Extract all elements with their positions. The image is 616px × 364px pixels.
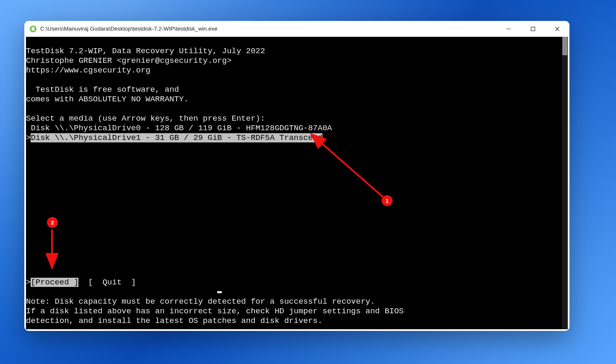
header-line: TestDisk 7.2-WIP, Data Recovery Utility,… bbox=[26, 46, 562, 56]
svg-rect-1 bbox=[32, 27, 35, 31]
cursor-line bbox=[26, 287, 562, 297]
blank-line bbox=[26, 75, 562, 85]
app-icon bbox=[29, 25, 37, 33]
note-line: Note: Disk capacity must be correctly de… bbox=[26, 297, 562, 307]
license-line: TestDisk is free software, and bbox=[26, 85, 562, 95]
maximize-button[interactable] bbox=[521, 21, 545, 36]
action-row: >[Proceed ] [ Quit ] bbox=[26, 278, 562, 287]
note-line: If a disk listed above has an incorrect … bbox=[26, 307, 562, 316]
cursor-caret: > bbox=[26, 133, 31, 142]
text-cursor bbox=[217, 291, 222, 293]
svg-rect-4 bbox=[531, 27, 535, 31]
annotation-arrow-1 bbox=[303, 129, 395, 204]
license-line: comes with ABSOLUTELY NO WARRANTY. bbox=[26, 95, 562, 104]
cursor-caret: > bbox=[26, 278, 31, 287]
action-gap: [ bbox=[78, 278, 102, 287]
annotation-dot-2: 2 bbox=[47, 217, 58, 228]
terminal-content[interactable]: TestDisk 7.2-WIP, Data Recovery Utility,… bbox=[26, 37, 562, 329]
close-button[interactable] bbox=[545, 21, 569, 36]
select-prompt: Select a media (use Arrow keys, then pre… bbox=[26, 114, 562, 124]
header-line: Christophe GRENIER <grenier@cgsecurity.o… bbox=[26, 56, 562, 66]
svg-line-7 bbox=[311, 134, 387, 200]
terminal-window: C:\Users\Manuviraj Godara\Desktop\testdi… bbox=[24, 21, 569, 331]
window-titlebar[interactable]: C:\Users\Manuviraj Godara\Desktop\testdi… bbox=[24, 21, 569, 37]
note-line: detection, and install the latest OS pat… bbox=[26, 316, 562, 326]
svg-rect-2 bbox=[32, 26, 34, 28]
annotation-dot-1: 1 bbox=[382, 195, 392, 206]
terminal-area[interactable]: TestDisk 7.2-WIP, Data Recovery Utility,… bbox=[26, 37, 568, 329]
annotation-arrow-2 bbox=[46, 226, 63, 272]
scrollbar-thumb[interactable] bbox=[562, 37, 567, 55]
disk-option-1-selected: Disk \\.\PhysicalDrive1 - 31 GB / 29 GiB… bbox=[31, 133, 322, 142]
header-line: https://www.cgsecurity.org bbox=[26, 66, 562, 75]
minimize-button[interactable] bbox=[496, 21, 521, 36]
window-title: C:\Users\Manuviraj Godara\Desktop\testdi… bbox=[40, 26, 217, 32]
proceed-action[interactable]: [Proceed ] bbox=[31, 278, 78, 287]
terminal-scrollbar[interactable] bbox=[562, 37, 568, 329]
disk-option-0[interactable]: Disk \\.\PhysicalDrive0 - 128 GB / 119 G… bbox=[26, 124, 562, 133]
action-gap: ] bbox=[122, 278, 136, 287]
disk-option-1[interactable]: >Disk \\.\PhysicalDrive1 - 31 GB / 29 Gi… bbox=[26, 133, 562, 143]
window-controls bbox=[496, 21, 569, 36]
quit-action[interactable]: Quit bbox=[102, 278, 122, 287]
blank-line bbox=[26, 104, 562, 114]
